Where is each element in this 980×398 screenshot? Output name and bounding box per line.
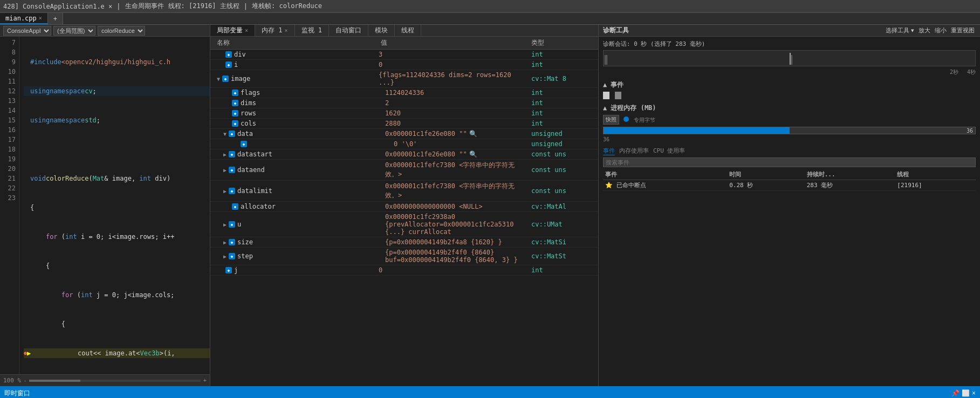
var-icon-image: ◆ — [222, 76, 229, 82]
expand-image-icon[interactable]: ▼ — [217, 76, 220, 82]
var-value-size: {p=0x0000004149b2f4a8 {1620} } — [383, 238, 529, 246]
tab-memory[interactable]: 内存 1 × — [255, 25, 294, 36]
tab-label: mian.cpp — [5, 15, 37, 22]
expand-datalimit-icon[interactable]: ▶ — [223, 188, 227, 194]
tab-modules[interactable]: 模块 — [368, 25, 395, 36]
var-value-data: 0x000001c1fe26e080 "" 🔍 — [383, 129, 529, 138]
scope-selector[interactable]: ConsoleAppl — [3, 26, 51, 36]
var-row-dims: ◆ dims 2 int — [210, 98, 598, 108]
events-section-title[interactable]: ▲ 事件 — [603, 80, 976, 90]
pin-button[interactable]: 📌 — [951, 389, 960, 397]
expand-datastart-icon[interactable]: ▶ — [223, 152, 227, 157]
code-line-13: for (int i = 0; i<image.rows; i++ — [24, 232, 210, 242]
expand-dataend-icon[interactable]: ▶ — [223, 167, 227, 173]
col-event: 事件 — [603, 169, 727, 180]
stack-label: 堆栈帧: colorReduce — [252, 2, 322, 11]
search-datastart-icon[interactable]: 🔍 — [469, 150, 477, 158]
code-line-10 — [24, 145, 210, 154]
tab-watch[interactable]: 监视 1 — [295, 25, 329, 36]
variables-panel: 局部变量 × 内存 1 × 监视 1 自动窗口 模块 线程 名称 值 类型 ◆ … — [210, 25, 599, 386]
var-type-data: unsigned — [529, 129, 594, 138]
tab-memory-close[interactable]: × — [284, 28, 287, 33]
var-row-size: ▶◆ size {p=0x0000004149b2f4a8 {1620} } c… — [210, 237, 598, 248]
event-table: 事件 时间 持续时... 线程 ⭐ 已命中断点 0.28 秒 283 毫秒 [2… — [603, 169, 976, 191]
var-type-datalimit: const uns — [529, 187, 594, 195]
var-name-dataend: ▶◆ dataend — [221, 166, 383, 174]
var-row-u: ▶◆ u 0x000001c1fc2938a0 {prevAllocator=0… — [210, 212, 598, 237]
var-name-flags: ◆ flags — [221, 88, 383, 97]
event-table-header: 事件 时间 持续时... 线程 — [603, 169, 976, 180]
diag-zoom-out-btn[interactable]: 缩小 — [934, 26, 948, 35]
cpu-tab-memory[interactable]: 内存使用率 — [619, 147, 649, 155]
expand-u-icon[interactable]: ▶ — [223, 222, 227, 228]
var-icon-div: ◆ — [225, 51, 232, 58]
tab-auto[interactable]: 自动窗口 — [329, 25, 368, 36]
var-row-datalimit: ▶◆ datalimit 0x000001c1fefc7380 <字符串中的字符… — [210, 181, 598, 202]
expand-data-icon[interactable]: ▼ — [223, 131, 227, 137]
close-window-button[interactable]: × — [972, 389, 976, 397]
memory-section-title[interactable]: ▲ 进程内存 (MB) — [603, 104, 976, 113]
function-selector[interactable]: colorReduce — [98, 26, 145, 36]
code-panel: ConsoleAppl (全局范围) colorReduce 7891011 1… — [0, 25, 210, 386]
immediate-window-controls: 📌 ⬜ × — [951, 389, 976, 397]
pause-icon[interactable] — [603, 92, 609, 99]
diag-zoom-in-btn[interactable]: 放大 — [917, 26, 931, 35]
pause-icon2[interactable] — [615, 92, 621, 99]
var-name-div: ◆ div — [215, 50, 376, 59]
top-toolbar: 428] ConsoleApplication1.e × | 生命周期事件 线程… — [0, 0, 980, 13]
memory-progress-fill — [604, 127, 790, 134]
tab-mian-cpp[interactable]: mian.cpp × — [0, 13, 48, 24]
var-type-allocator: cv::MatAl — [529, 202, 594, 211]
diag-title: 诊断工具 — [603, 26, 629, 35]
var-type-data-child: unsigned — [529, 140, 594, 148]
var-row-data-child: ◆ 0 '\0' unsigned — [210, 139, 598, 149]
cpu-tab-events[interactable]: 事件 — [603, 147, 615, 155]
var-value-datastart: 0x000001c1fe26e080 "" 🔍 — [383, 150, 529, 159]
vars-header: 名称 值 类型 — [210, 37, 598, 50]
cpu-tab-cpu[interactable]: CPU 使用率 — [653, 147, 686, 155]
diag-select-tool-btn[interactable]: 选择工具 ▾ — [885, 26, 915, 35]
search-data-icon[interactable]: 🔍 — [469, 130, 477, 138]
zoom-bar: 100 % - + — [0, 374, 210, 386]
var-type-dataend: const uns — [529, 166, 594, 174]
event-name-0: ⭐ 已命中断点 — [603, 180, 727, 191]
code-line-8: using namespace cv; — [24, 86, 210, 96]
float-button[interactable]: ⬜ — [962, 389, 970, 397]
var-name-step: ▶◆ step — [221, 252, 383, 260]
diag-cpu-tabs: 事件 内存使用率 CPU 使用率 事件 时间 持续时... 线程 — [603, 147, 976, 191]
var-icon-dataend: ◆ — [229, 167, 235, 173]
timeline-labels: 2秒 4秒 — [603, 68, 976, 76]
var-row-image: ▼◆ image {flags=1124024336 dims=2 rows=1… — [210, 70, 598, 88]
var-row-div: ◆ div 3 int — [210, 50, 598, 60]
diag-reset-view-btn[interactable]: 重置视图 — [950, 26, 976, 35]
tab-threads[interactable]: 线程 — [395, 25, 421, 36]
expand-step-icon[interactable]: ▶ — [223, 253, 227, 259]
col-thread: 线程 — [895, 169, 976, 180]
snapshot-btn[interactable]: 快照 — [603, 115, 619, 125]
context-selector[interactable]: (全局范围) — [53, 26, 95, 36]
var-value-div: 3 — [376, 50, 529, 59]
zoom-increase-icon[interactable]: + — [203, 377, 207, 384]
var-icon-flags: ◆ — [232, 90, 238, 96]
var-type-rows: int — [529, 109, 594, 118]
var-type-step: cv::MatSt — [529, 252, 594, 260]
var-value-dims: 2 — [383, 99, 529, 107]
tab-locals[interactable]: 局部变量 × — [210, 25, 255, 36]
private-dot — [623, 116, 629, 122]
zoom-decrease-icon[interactable]: - — [23, 377, 27, 384]
event-star-icon: ⭐ — [605, 182, 613, 189]
diag-header-buttons: 选择工具 ▾ 放大 缩小 重置视图 — [885, 26, 976, 35]
col-name: 名称 — [215, 38, 376, 48]
vars-rows-container: ◆ div 3 int ◆ i 0 int ▼◆ image {flags=11… — [210, 50, 598, 386]
expand-size-icon[interactable]: ▶ — [223, 239, 227, 245]
window-title: 428] ConsoleApplication1.e × — [3, 3, 112, 10]
private-label: 专用字节 — [634, 117, 655, 123]
timeline — [603, 50, 976, 66]
var-icon-data-child: ◆ — [241, 141, 247, 147]
tab-new[interactable]: + — [48, 13, 63, 24]
code-line-12: { — [24, 203, 210, 212]
tab-close-icon[interactable]: × — [39, 15, 42, 21]
tab-locals-close[interactable]: × — [245, 28, 248, 33]
event-search-input[interactable] — [603, 157, 976, 167]
var-value-data-child: 0 '\0' — [392, 140, 529, 148]
